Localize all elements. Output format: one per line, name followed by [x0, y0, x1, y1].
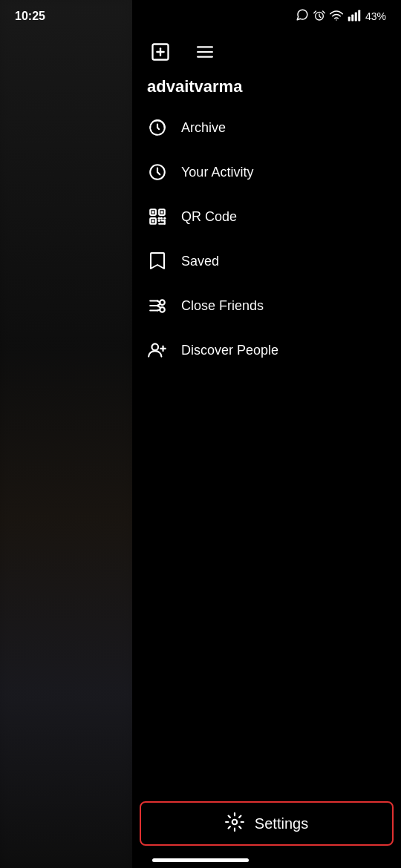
username-label: advaitvarma — [132, 65, 401, 105]
drawer-header — [132, 30, 401, 65]
menu-item-archive[interactable]: Archive — [132, 105, 401, 150]
menu-item-qr-code[interactable]: QR Code — [132, 194, 401, 239]
activity-icon — [147, 162, 168, 183]
qr-code-label: QR Code — [181, 209, 237, 225]
menu-list: Archive Your Activity — [132, 105, 401, 868]
battery-icon: 43% — [365, 10, 386, 22]
hamburger-menu-button[interactable] — [192, 39, 218, 65]
header-action-icons — [147, 39, 218, 65]
svg-point-1 — [336, 19, 337, 21]
menu-item-your-activity[interactable]: Your Activity — [132, 150, 401, 194]
home-indicator — [152, 858, 249, 862]
left-background-overlay — [0, 0, 132, 868]
status-bar: 10:25 — [0, 0, 401, 30]
status-icons: 43% — [296, 8, 386, 25]
svg-line-34 — [157, 306, 160, 307]
svg-rect-18 — [160, 211, 163, 213]
your-activity-label: Your Activity — [181, 165, 253, 180]
settings-label: Settings — [255, 815, 308, 832]
archive-icon — [147, 117, 168, 138]
menu-item-close-friends[interactable]: Close Friends — [132, 283, 401, 328]
svg-rect-19 — [151, 220, 154, 222]
alarm-icon — [313, 10, 325, 24]
discover-people-label: Discover People — [181, 343, 278, 358]
status-time: 10:25 — [15, 10, 45, 23]
discover-icon — [147, 340, 168, 361]
svg-rect-2 — [348, 16, 351, 21]
svg-rect-3 — [351, 14, 353, 21]
svg-rect-5 — [358, 10, 360, 21]
svg-point-39 — [232, 820, 238, 825]
archive-label: Archive — [181, 120, 226, 136]
drawer-panel: advaitvarma Archive Your Activity — [132, 0, 401, 868]
wifi-icon — [330, 10, 343, 23]
signal-icon — [348, 10, 361, 24]
whatsapp-icon — [296, 8, 309, 25]
saved-label: Saved — [181, 254, 219, 269]
svg-rect-17 — [151, 211, 154, 213]
saved-icon — [147, 251, 168, 272]
settings-button[interactable]: Settings — [140, 801, 394, 846]
svg-point-36 — [151, 343, 158, 350]
menu-item-discover-people[interactable]: Discover People — [132, 328, 401, 372]
qr-icon — [147, 206, 168, 227]
new-post-button[interactable] — [147, 39, 174, 65]
svg-line-35 — [157, 309, 160, 310]
svg-rect-4 — [355, 12, 357, 21]
menu-item-saved[interactable]: Saved — [132, 239, 401, 283]
close-friends-icon — [147, 295, 168, 316]
close-friends-label: Close Friends — [181, 298, 264, 314]
settings-icon — [225, 812, 244, 835]
